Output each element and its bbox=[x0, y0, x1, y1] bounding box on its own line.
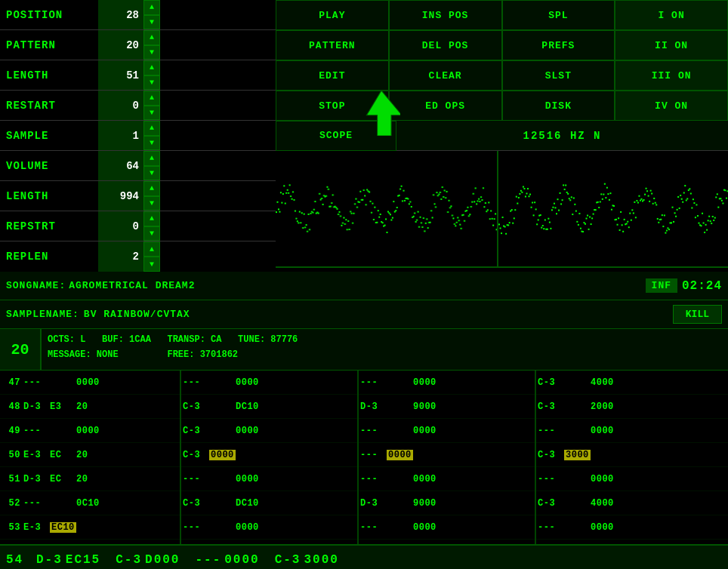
sample-value: 1 bbox=[98, 121, 143, 150]
kill-button[interactable]: KILL bbox=[673, 305, 722, 324]
track-number: 20 bbox=[0, 329, 42, 370]
pattern-row[interactable]: --- 0000 bbox=[536, 515, 728, 540]
pattern-row[interactable]: --- 0000 bbox=[536, 467, 728, 491]
sample-up[interactable]: ▲ bbox=[143, 121, 160, 136]
songname-label: SONGNAME: bbox=[6, 280, 66, 291]
edit-button[interactable]: EDIT bbox=[276, 60, 389, 91]
scope-button[interactable]: SCOPE bbox=[276, 121, 396, 151]
replen-label: REPLEN bbox=[0, 251, 98, 263]
pattern-row[interactable]: --- 0000 bbox=[181, 467, 357, 491]
position-up[interactable]: ▲ bbox=[143, 0, 160, 15]
track-meta: OCTS: L BUF: 1CAA TRANSP: CA TUNE: 87776… bbox=[42, 329, 728, 370]
pattern-row[interactable]: C-3 4000 bbox=[536, 491, 728, 515]
pattern-row[interactable]: C-3 4000 bbox=[536, 371, 728, 395]
spl-button[interactable]: SPL bbox=[502, 0, 615, 30]
length-arrows[interactable]: ▲ ▼ bbox=[143, 60, 160, 90]
volume-down[interactable]: ▼ bbox=[143, 166, 160, 181]
clear-button[interactable]: CLEAR bbox=[389, 60, 502, 91]
length2-up[interactable]: ▲ bbox=[143, 181, 160, 196]
length-value: 51 bbox=[98, 60, 143, 90]
samplename-label: SAMPLENAME: bbox=[6, 309, 79, 320]
bottom-col3-note: --- bbox=[195, 553, 221, 567]
repstrt-arrows[interactable]: ▲ ▼ bbox=[143, 211, 160, 241]
pattern-row[interactable]: --- 0000 bbox=[359, 419, 535, 443]
repstrt-label: REPSTRT bbox=[0, 220, 98, 232]
sample-down[interactable]: ▼ bbox=[143, 136, 160, 151]
restart-down[interactable]: ▼ bbox=[143, 106, 160, 121]
length-label: LENGTH bbox=[0, 69, 98, 82]
pattern-row[interactable]: C-3 0000 bbox=[181, 419, 357, 443]
bottom-col1-note: D-3 bbox=[36, 553, 63, 567]
track-buf: BUF: 1CAA bbox=[102, 334, 151, 345]
pattern-row[interactable]: 51D-3EC20 bbox=[0, 467, 180, 491]
length-up[interactable]: ▲ bbox=[143, 60, 160, 75]
pattern-row[interactable]: D-3 9000 bbox=[359, 491, 535, 515]
pattern-row[interactable]: 52--- 0C10 bbox=[0, 491, 180, 515]
on-2-button[interactable]: II ON bbox=[615, 30, 728, 60]
disk-button[interactable]: DISK bbox=[502, 91, 615, 121]
position-down[interactable]: ▼ bbox=[143, 15, 160, 30]
length-down[interactable]: ▼ bbox=[143, 75, 160, 91]
bottom-bar: 54 D-3 EC15 C-3 D000 --- 0000 C-3 3000 bbox=[0, 544, 728, 569]
replen-up[interactable]: ▲ bbox=[143, 241, 160, 257]
pattern-col-3: --- 0000 D-3 9000 --- 0000 ---0000 --- 0… bbox=[359, 371, 536, 544]
song-name: AGROMETRICAL DREAM2 bbox=[69, 280, 640, 291]
bottom-col3-vol: 0000 bbox=[224, 553, 259, 567]
track-tune: TUNE: 87776 bbox=[238, 334, 298, 345]
play-button[interactable]: PLAY bbox=[276, 0, 389, 30]
pattern-row[interactable]: C-33000 bbox=[536, 443, 728, 467]
waveform-left bbox=[276, 151, 498, 266]
pattern-arrows[interactable]: ▲ ▼ bbox=[143, 30, 160, 60]
pattern-row[interactable]: D-3 9000 bbox=[359, 395, 535, 419]
volume-up[interactable]: ▲ bbox=[143, 151, 160, 166]
pattern-row[interactable]: 47--- 0000 bbox=[0, 371, 180, 395]
on-1-button[interactable]: I ON bbox=[615, 0, 728, 30]
on-3-button[interactable]: III ON bbox=[615, 60, 728, 91]
restart-arrows[interactable]: ▲ ▼ bbox=[143, 91, 160, 120]
del-pos-button[interactable]: DEL POS bbox=[389, 30, 502, 60]
replen-arrows[interactable]: ▲ ▼ bbox=[143, 241, 160, 272]
stop-button[interactable]: STOP bbox=[276, 91, 389, 121]
pattern-button[interactable]: PATTERN bbox=[276, 30, 389, 60]
slst-button[interactable]: SLST bbox=[502, 60, 615, 91]
song-inf[interactable]: INF bbox=[646, 278, 677, 293]
pattern-row[interactable]: --- 0000 bbox=[359, 515, 535, 540]
on-4-button[interactable]: IV ON bbox=[615, 91, 728, 121]
pattern-down[interactable]: ▼ bbox=[143, 45, 160, 60]
pattern-row[interactable]: C-30000 bbox=[181, 443, 357, 467]
ed-ops-button[interactable]: ED OPS bbox=[389, 91, 502, 121]
pattern-row[interactable]: 53E-3EC10 bbox=[0, 515, 180, 540]
pattern-row[interactable]: --- 0000 bbox=[359, 467, 535, 491]
track-transp: TRANSP: CA bbox=[167, 334, 221, 345]
pattern-row[interactable]: C-3 DC10 bbox=[181, 395, 357, 419]
pattern-row[interactable]: 50E-3EC20 bbox=[0, 443, 180, 467]
replen-value: 2 bbox=[98, 241, 143, 272]
volume-arrows[interactable]: ▲ ▼ bbox=[143, 151, 160, 180]
restart-up[interactable]: ▲ bbox=[143, 91, 160, 106]
repstrt-up[interactable]: ▲ bbox=[143, 211, 160, 226]
sample-arrows[interactable]: ▲ ▼ bbox=[143, 121, 160, 150]
song-info-row: SONGNAME: AGROMETRICAL DREAM2 INF 02:24 bbox=[0, 272, 728, 300]
pattern-row[interactable]: --- 0000 bbox=[536, 419, 728, 443]
waveform-right bbox=[498, 151, 728, 266]
repstrt-value: 0 bbox=[98, 211, 143, 241]
repstrt-down[interactable]: ▼ bbox=[143, 226, 160, 241]
position-arrows[interactable]: ▲ ▼ bbox=[143, 0, 160, 29]
pattern-row[interactable]: C-3 DC10 bbox=[181, 491, 357, 515]
pattern-row[interactable]: 49--- 0000 bbox=[0, 419, 180, 443]
volume-value: 64 bbox=[98, 151, 143, 180]
pattern-row[interactable]: --- 0000 bbox=[181, 515, 357, 540]
replen-down[interactable]: ▼ bbox=[143, 257, 160, 272]
pattern-row[interactable]: 48D-3E320 bbox=[0, 395, 180, 419]
pattern-col-4: C-3 4000 C-3 2000 --- 0000 C-33000 --- 0… bbox=[536, 371, 728, 544]
prefs-button[interactable]: PREFS bbox=[502, 30, 615, 60]
pattern-row[interactable]: C-3 2000 bbox=[536, 395, 728, 419]
pattern-row[interactable]: ---0000 bbox=[359, 443, 535, 467]
pattern-up[interactable]: ▲ bbox=[143, 30, 160, 45]
length2-down[interactable]: ▼ bbox=[143, 196, 160, 211]
pattern-row[interactable]: --- 0000 bbox=[181, 371, 357, 395]
length2-arrows[interactable]: ▲ ▼ bbox=[143, 181, 160, 211]
ins-pos-button[interactable]: INS POS bbox=[389, 0, 502, 30]
pattern-row[interactable]: --- 0000 bbox=[359, 371, 535, 395]
pattern-col-1: 47--- 0000 48D-3E320 49--- 0000 50E-3EC2… bbox=[0, 371, 181, 544]
